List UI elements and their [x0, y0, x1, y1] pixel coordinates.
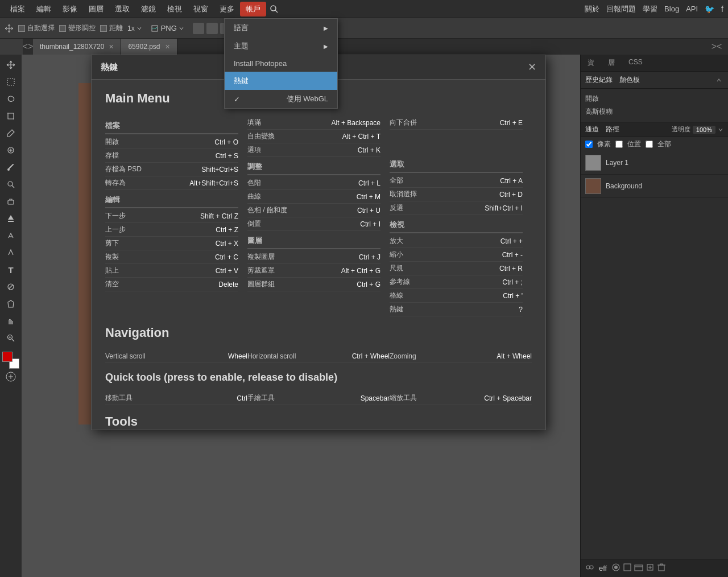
pixel-checkbox[interactable] [585, 141, 593, 148]
move-tool-btn[interactable] [3, 57, 19, 73]
tab-close-psd[interactable]: ✕ [165, 43, 170, 51]
delete-layer-icon[interactable] [657, 563, 666, 574]
blur-tool-btn[interactable] [3, 228, 19, 244]
navigation-grid: Vertical scrollWheel Horizontal scrollCt… [105, 351, 532, 362]
tab-psd[interactable]: 65902.psd ✕ [121, 39, 177, 55]
menu-hotkeys[interactable]: 熱鍵 [225, 72, 337, 90]
hk-undo: 上一步Ctrl + Z [105, 223, 238, 237]
paths-tab[interactable]: 路徑 [606, 125, 619, 134]
format-selector[interactable]: PNG [151, 24, 184, 32]
transform-checkbox[interactable]: 變形調控 [59, 23, 96, 33]
panel-tab-layer[interactable]: 層 [601, 55, 622, 71]
history-tab-label[interactable]: 歷史紀錄 [585, 75, 613, 85]
eyedropper-tool-btn[interactable] [3, 125, 19, 141]
opacity-dropdown-icon[interactable] [718, 127, 723, 133]
tab-thumbnail[interactable]: thumbnail_1280X720 ✕ [33, 39, 121, 55]
hk-hotkeys: 熱鍵? [390, 303, 523, 316]
channels-tab[interactable]: 通道 [585, 125, 599, 134]
position-checkbox[interactable] [615, 141, 623, 148]
svg-point-6 [8, 182, 13, 186]
fill-tool-btn[interactable] [3, 211, 19, 226]
hand-tool-btn[interactable] [3, 313, 19, 329]
hk-dup-layer: 複製圖層Ctrl + J [247, 250, 380, 264]
menu-layer[interactable]: 圖層 [83, 2, 109, 17]
left-toolbar: T [0, 55, 22, 577]
group-layers-icon[interactable] [634, 563, 643, 574]
layer-item-background[interactable]: Background [581, 175, 728, 198]
adjustment-icon[interactable] [623, 563, 632, 574]
history-item-open[interactable]: 開啟 [585, 92, 723, 105]
tab-close-thumbnail[interactable]: ✕ [109, 43, 114, 51]
hk-levels: 色階Ctrl + L [247, 176, 380, 190]
selection-tool-btn[interactable] [3, 74, 19, 90]
hk-redo: 下一步Shift + Ctrl Z [105, 209, 238, 223]
menu-file[interactable]: 檔案 [5, 2, 31, 17]
eraser-tool-btn[interactable] [3, 193, 19, 209]
distance-checkbox[interactable]: 距離 [100, 23, 123, 33]
menu-window[interactable]: 視窗 [188, 2, 214, 17]
align-tool-2[interactable] [206, 23, 218, 34]
history-item-gaussian[interactable]: 高斯模糊 [585, 105, 723, 118]
link-blog[interactable]: Blog [664, 5, 679, 13]
brush-tool-btn[interactable] [3, 159, 19, 175]
hk-options: 選項Ctrl + K [247, 143, 380, 157]
panel-collapse-icon[interactable] [714, 76, 723, 85]
navigation-section-title: Navigation [105, 325, 532, 344]
language-arrow-icon: ▶ [324, 25, 328, 31]
align-tool-1[interactable] [193, 23, 204, 34]
extra-tool[interactable] [5, 371, 16, 384]
lasso-tool-btn[interactable] [3, 91, 19, 107]
text-tool-btn[interactable]: T [3, 262, 19, 278]
adjust-header: 調整 [247, 157, 380, 175]
link-api[interactable]: API [686, 5, 698, 13]
svg-rect-3 [7, 79, 14, 85]
pen-tool-btn[interactable] [3, 245, 19, 261]
gradient-tool-btn[interactable] [3, 279, 19, 295]
opacity-value[interactable]: 100% [693, 126, 715, 134]
auto-select-checkbox[interactable]: 自動選擇 [18, 23, 55, 33]
menu-account[interactable]: 帳戶 [240, 2, 266, 17]
modal-close-button[interactable]: ✕ [528, 61, 536, 73]
left-panel-toggle[interactable]: <> [23, 39, 33, 55]
hk-invert: 倒置Ctrl + I [247, 217, 380, 231]
heal-tool-btn[interactable] [3, 142, 19, 158]
menu-theme[interactable]: 主題 ▶ [225, 37, 337, 55]
mask-icon[interactable] [611, 563, 621, 574]
clone-tool-btn[interactable] [3, 176, 19, 192]
color-swatches[interactable] [2, 352, 19, 369]
facebook-icon[interactable]: f [721, 5, 723, 14]
svg-line-10 [12, 339, 14, 341]
menu-more[interactable]: 更多 [214, 2, 240, 17]
link-report[interactable]: 回報問題 [606, 4, 636, 14]
menu-use-webgl[interactable]: ✓ 使用 WebGL [225, 90, 337, 108]
color-panel-label[interactable]: 顏色板 [619, 75, 640, 85]
menu-filter[interactable]: 濾鏡 [135, 2, 162, 17]
fx-icon[interactable]: eff [599, 564, 607, 572]
menu-select[interactable]: 選取 [109, 2, 135, 17]
menu-language[interactable]: 語言 ▶ [225, 19, 337, 37]
crop-tool-btn[interactable] [3, 108, 19, 124]
menu-edit[interactable]: 編輯 [31, 2, 57, 17]
panel-tab-resource[interactable]: 資 [581, 55, 601, 71]
hk-layer-group: 圖層群組Ctrl + G [247, 278, 380, 291]
link-layers-icon[interactable] [585, 563, 594, 574]
twitter-icon[interactable]: 🐦 [705, 5, 714, 14]
menu-image[interactable]: 影像 [57, 2, 83, 17]
hotkeys-col1: 檔案 開啟Ctrl + O 存檔Ctrl + S 存檔為 PSDShift+Ct… [105, 116, 247, 316]
all-checkbox[interactable] [646, 141, 653, 148]
link-about[interactable]: 關於 [585, 4, 599, 14]
search-icon[interactable] [268, 3, 280, 15]
menu-install-photopea[interactable]: Install Photopea [225, 55, 337, 72]
layer-item-layer1[interactable]: Layer 1 [581, 151, 728, 175]
zoom-selector[interactable]: 1x [127, 24, 142, 32]
new-layer-icon[interactable] [646, 563, 655, 574]
shape-tool-btn[interactable] [3, 296, 19, 312]
zoom-tool-btn[interactable] [3, 330, 19, 346]
panel-tab-css[interactable]: CSS [622, 55, 650, 71]
edit-header: 編輯 [105, 190, 238, 208]
link-learn[interactable]: 學習 [643, 4, 657, 14]
menu-view[interactable]: 檢視 [162, 2, 188, 17]
right-panel-toggle[interactable]: >< [705, 39, 728, 55]
foreground-color[interactable] [2, 352, 13, 362]
hotkeys-col3: 向下合併Ctrl + E 選取 全部Ctrl + A 取消選擇Ctrl + D … [390, 116, 532, 316]
